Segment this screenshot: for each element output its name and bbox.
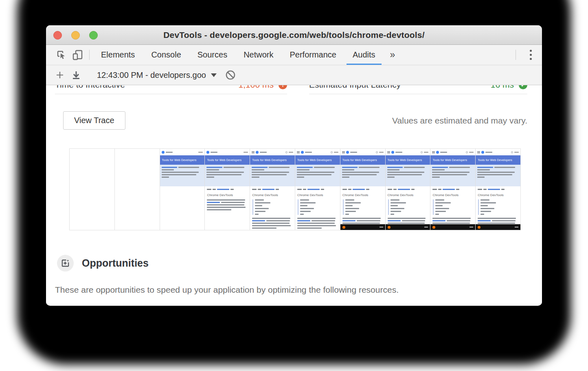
traffic-lights	[53, 31, 98, 40]
mini-contents-nav	[343, 199, 383, 215]
mini-search-icon	[331, 151, 333, 153]
mini-contents-nav	[298, 199, 338, 215]
mini-menu-icon	[342, 151, 345, 152]
pass-check-icon: ✓	[519, 85, 527, 89]
mini-search-icon	[421, 151, 423, 153]
mini-content: Chrome DevTools	[476, 186, 520, 230]
mini-intro	[295, 165, 340, 186]
mini-logo-icon	[256, 151, 259, 154]
mini-heading: Chrome DevTools	[297, 193, 338, 197]
devtools-window: DevTools - developers.google.com/web/too…	[46, 25, 542, 306]
tab-label: Performance	[290, 50, 337, 60]
close-window-button[interactable]	[53, 31, 62, 40]
filmstrip-frame: Tools for Web DevelopersChrome DevTools	[205, 149, 250, 230]
tab-elements[interactable]: Elements	[93, 45, 143, 65]
more-tabs-button[interactable]: »	[384, 45, 402, 65]
mini-intro	[205, 165, 250, 186]
mini-page-header	[250, 149, 295, 155]
mini-search-icon	[376, 151, 378, 153]
tab-label: Network	[244, 50, 273, 60]
mini-search-icon	[511, 151, 513, 153]
mini-play-icon	[478, 226, 480, 229]
download-report-icon[interactable]	[68, 70, 84, 80]
mini-heading: Chrome DevTools	[342, 193, 383, 197]
zoom-window-button[interactable]	[89, 31, 98, 40]
tab-console[interactable]: Console	[143, 45, 189, 65]
tab-network[interactable]: Network	[235, 45, 281, 65]
mini-contents-nav	[433, 199, 473, 215]
filmstrip-frame: Tools for Web DevelopersChrome DevTools	[430, 149, 476, 230]
mini-intro	[160, 165, 205, 186]
toolbar-separator	[89, 50, 90, 60]
mini-paragraph	[207, 199, 248, 210]
filmstrip-frame	[115, 149, 160, 230]
new-audit-icon[interactable]	[52, 70, 68, 80]
mini-logo-icon	[162, 151, 165, 154]
mini-intro	[476, 165, 520, 186]
tab-sources[interactable]: Sources	[189, 45, 235, 65]
mini-banner: Tools for Web Developers	[430, 155, 475, 165]
mini-banner: Tools for Web Developers	[295, 155, 340, 165]
opportunities-header: Opportunities	[57, 255, 542, 272]
filmstrip-frame: Tools for Web DevelopersChrome DevTools	[295, 149, 340, 230]
metric-time-to-interactive: Time to Interactive 1,100 ms !	[55, 85, 287, 94]
mini-search-icon	[285, 151, 287, 153]
mini-play-icon	[432, 226, 435, 229]
tab-audits[interactable]: Audits	[344, 45, 384, 65]
mini-content: Chrome DevTools	[430, 186, 475, 230]
minimize-window-button[interactable]	[71, 31, 80, 40]
metric-estimated-input-latency: Estimated Input Latency 16 ms ✓	[309, 85, 527, 94]
mini-banner: Tools for Web Developers	[160, 155, 205, 165]
auto-fix-icon	[61, 258, 70, 268]
tab-label: Elements	[101, 50, 135, 60]
mini-search-icon	[466, 151, 468, 153]
tab-label: Console	[151, 50, 181, 60]
devtools-tab-bar: ElementsConsoleSourcesNetworkPerformance…	[46, 45, 542, 65]
devtools-menu-icon[interactable]	[519, 45, 542, 65]
mini-heading: Chrome DevTools	[478, 193, 518, 197]
mini-contents-nav	[252, 199, 293, 215]
toolbar-separator	[516, 50, 516, 60]
mini-banner: Tools for Web Developers	[386, 155, 430, 165]
mini-video-bar	[386, 224, 430, 230]
mini-paragraph	[297, 218, 338, 229]
mini-video-bar	[476, 224, 520, 230]
opportunities-description: These are opportunities to speed up your…	[55, 285, 542, 295]
warning-icon: !	[279, 85, 287, 89]
device-toolbar-icon[interactable]	[70, 45, 86, 65]
metric-label: Time to Interactive	[55, 85, 125, 90]
metric-value: 1,100 ms	[239, 85, 274, 90]
filmstrip-frame: Tools for Web DevelopersChrome DevTools	[250, 149, 295, 230]
mini-play-icon	[388, 226, 391, 229]
mini-heading: Chrome DevTools	[432, 193, 473, 197]
tab-performance[interactable]: Performance	[282, 45, 345, 65]
filmstrip-frame: Tools for Web DevelopersChrome DevTools	[386, 149, 431, 230]
mini-contents-nav	[478, 199, 518, 215]
mini-heading: Chrome DevTools	[207, 193, 248, 197]
audit-run-select[interactable]: 12:43:00 PM - developers.goo	[97, 71, 217, 80]
mini-video-bar	[430, 224, 475, 230]
mini-heading: Chrome DevTools	[252, 193, 293, 197]
mini-logo-icon	[301, 151, 304, 154]
mini-paragraph	[252, 218, 293, 229]
mini-banner: Tools for Web Developers	[340, 155, 385, 165]
filmstrip-frame	[70, 149, 115, 230]
clear-audits-icon[interactable]	[222, 70, 239, 80]
filmstrip-frame: Tools for Web Developers	[160, 149, 205, 230]
tab-label: Sources	[197, 50, 227, 60]
view-trace-button[interactable]: View Trace	[63, 111, 125, 130]
mini-logo-icon	[346, 151, 349, 154]
mini-logo-icon	[436, 151, 439, 154]
mini-page-header	[386, 149, 430, 155]
mini-logo-icon	[206, 151, 209, 154]
window-title: DevTools - developers.google.com/web/too…	[163, 30, 425, 40]
opportunities-title: Opportunities	[82, 257, 149, 269]
mini-content: Chrome DevTools	[205, 186, 250, 230]
mini-intro	[250, 165, 295, 186]
chevron-down-icon	[211, 73, 217, 77]
mini-heading: Chrome DevTools	[388, 193, 428, 197]
mini-page-header	[205, 149, 250, 155]
inspect-element-icon[interactable]	[53, 45, 70, 65]
audit-run-label: 12:43:00 PM - developers.goo	[97, 71, 206, 80]
mini-page-header	[160, 149, 205, 155]
